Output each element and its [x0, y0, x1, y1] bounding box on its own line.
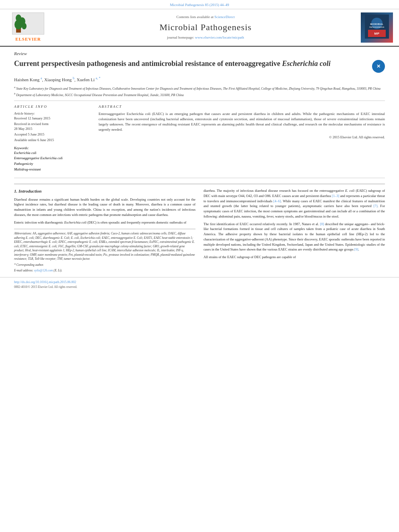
journal-logo-icon: MICROBIAL PATHOGENESIS MP — [365, 14, 389, 40]
issn-text: 0882-4010/© 2015 Elsevier Ltd. All right… — [14, 285, 385, 290]
divider — [14, 101, 385, 101]
body-right-col: diarrhea. The majority of infectious dia… — [204, 188, 385, 273]
right-para-1: diarrhea. The majority of infectious dia… — [204, 188, 385, 219]
svg-point-3 — [16, 14, 21, 22]
cite-7[interactable]: [7] — [373, 204, 377, 208]
cite-4-6[interactable]: [4–6] — [274, 199, 281, 203]
page-wrapper: Microbial Pathogenesis 85 (2015) 44–49 E… — [0, 0, 399, 292]
body-two-col: 1. Introduction Diarrheal disease remain… — [14, 188, 385, 273]
abstract-header: ABSTRACT — [99, 104, 385, 109]
corresponding-author-note: * Corresponding author. — [14, 263, 195, 267]
cite-8[interactable]: [8] — [320, 222, 324, 226]
affiliations: a State Key Laboratory for Diagnosis and… — [14, 85, 385, 97]
science-direct-text: Contents lists available at ScienceDirec… — [177, 14, 235, 20]
info-abstract-section: ARTICLE INFO Article history: Received 1… — [14, 104, 385, 175]
affiliation-b: b Department of Laboratory Medicine, SGC… — [14, 92, 385, 97]
history-label: Article history: — [14, 111, 90, 116]
elsevier-logo: ELSEVIER — [12, 12, 44, 42]
revised-date: Received in revised form28 May 2015 — [14, 122, 90, 131]
keywords-section: Keywords: Escherichia coli Enteroaggrega… — [14, 146, 90, 172]
article-title-area: Current perspectivesin pathogenesis and … — [14, 59, 385, 73]
journal-logo-area: MICROBIAL PATHOGENESIS MP — [359, 12, 395, 43]
body-left-col: 1. Introduction Diarrheal disease remain… — [14, 188, 195, 273]
journal-title-area: Contents lists available at ScienceDirec… — [56, 12, 355, 43]
affiliation-a: a State Key Laboratory for Diagnosis and… — [14, 85, 385, 91]
science-direct-link[interactable]: ScienceDirect — [214, 15, 234, 19]
article-history: Article history: Received 12 January 201… — [14, 111, 90, 142]
abstract-col: ABSTRACT Enteroaggregative Escherichia c… — [99, 104, 385, 175]
email-note: E-mail address: xylix@126.com (X. Li). — [14, 269, 195, 273]
journal-title: Microbial Pathogenesis — [159, 21, 251, 34]
article-info-header: ARTICLE INFO — [14, 104, 90, 109]
abstract-text: Enteroaggregative Escherichia coli (EAEC… — [99, 111, 385, 132]
main-content: Review Current perspectivesin pathogenes… — [0, 47, 399, 277]
abbreviations-text: Abbreviations: AA, aggregative adherence… — [14, 232, 195, 261]
intro-para-2: Enteric infection with diarrheagenic Esc… — [14, 220, 195, 225]
section-1-title: 1. Introduction — [14, 188, 195, 194]
right-para-2: The first identification of EAEC occurre… — [204, 222, 385, 253]
svg-text:PATHOGENESIS: PATHOGENESIS — [369, 26, 384, 28]
section-type-label: Review — [14, 51, 385, 57]
svg-point-4 — [22, 23, 27, 29]
keyword-2: Enteroaggregative Escherichia coli — [14, 156, 90, 161]
journal-homepage-link[interactable]: www.elsevier.com/locate/micpath — [195, 35, 244, 39]
keyword-4: Multidrug-resistant — [14, 167, 90, 172]
received-date: Received 12 January 2015 — [14, 116, 90, 121]
accepted-date: Accepted 5 June 2015 — [14, 132, 90, 137]
keyword-3: Pathogenicity — [14, 162, 90, 166]
authors-line: Haishen Kong a, Xiaoping Hong b, Xuefen … — [14, 76, 385, 83]
journal-homepage: journal homepage: www.elsevier.com/locat… — [167, 35, 244, 40]
page-footer: http://dx.doi.org/10.1016/j.micpath.2015… — [0, 277, 399, 292]
footnote-area: Abbreviations: AA, aggregative adherence… — [14, 229, 195, 273]
crossmark-badge[interactable]: ✕ — [372, 60, 385, 73]
divider-2 — [14, 178, 385, 178]
elsevier-logo-area: ELSEVIER — [4, 12, 52, 43]
journal-header: ELSEVIER Contents lists available at Sci… — [0, 9, 399, 47]
body-section: 1. Introduction Diarrheal disease remain… — [14, 184, 385, 273]
svg-text:MICROBIAL: MICROBIAL — [370, 23, 384, 25]
svg-text:MP: MP — [374, 32, 380, 35]
author-email-link[interactable]: xylix@126.com — [34, 269, 53, 272]
cite-9[interactable]: [9] — [354, 247, 358, 251]
elsevier-tree-icon — [12, 12, 44, 35]
keywords-label: Keywords: — [14, 146, 90, 151]
online-date: Available online 6 June 2015 — [14, 138, 90, 143]
intro-para-1: Diarrheal disease remains a significant … — [14, 197, 195, 218]
right-para-3: All strains of the EAEC subgroup of DEC … — [204, 255, 385, 260]
journal-logo-box: MICROBIAL PATHOGENESIS MP — [361, 12, 393, 43]
elsevier-brand-text: ELSEVIER — [15, 36, 41, 42]
crossmark-icon: ✕ — [372, 60, 385, 73]
keyword-1: Escherichia coli — [14, 151, 90, 156]
cite-1-3[interactable]: [1–3] — [332, 194, 339, 198]
journal-volume-info: Microbial Pathogenesis 85 (2015) 44–49 — [0, 0, 399, 9]
article-info-col: ARTICLE INFO Article history: Received 1… — [14, 104, 90, 175]
doi-link[interactable]: http://dx.doi.org/10.1016/j.micpath.2015… — [14, 280, 76, 284]
abstract-copyright: © 2015 Elsevier Ltd. All rights reserved… — [99, 135, 385, 140]
article-title-text: Current perspectivesin pathogenesis and … — [14, 59, 368, 68]
